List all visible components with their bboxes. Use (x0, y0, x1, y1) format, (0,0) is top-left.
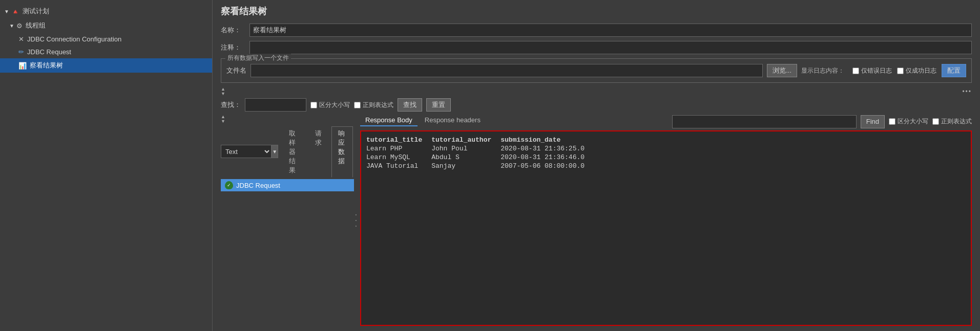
error-log-option[interactable]: 仅错误日志 (852, 67, 892, 75)
cell-date-3: 2007-05-06 08:00:00.0 (499, 162, 593, 170)
left-panel: ▲ ▼ Text ▼ 取样器结果 请求 响应数据 ✓ JDBC Reque (221, 115, 354, 326)
table-row: JAVA Tutorial Sanjay 2007-05-06 08:00:00… (365, 162, 593, 170)
cell-date-1: 2020-08-31 21:36:25.0 (499, 144, 593, 153)
browse-button[interactable]: 浏览... (767, 64, 797, 77)
regex-option[interactable]: 正则表达式 (354, 101, 393, 109)
response-table: tutorial_title tutorial_author submissio… (365, 136, 593, 170)
response-content: tutorial_title tutorial_author submissio… (360, 130, 972, 326)
response-case-checkbox[interactable] (889, 118, 895, 125)
comment-row: 注释： (221, 41, 972, 54)
dropdown-arrow-icon[interactable]: ▼ (272, 145, 278, 158)
search-row: 查找： 区分大小写 正则表达式 查找 重置 (221, 98, 972, 112)
cell-title-1: Learn PHP (365, 144, 430, 153)
pen-icon: ✏ (18, 48, 24, 56)
sidebar-item-label: JDBC Connection Configuration (27, 35, 121, 43)
sidebar-item-jdbc-connection[interactable]: ✕ JDBC Connection Configuration (0, 33, 212, 46)
name-label: 名称： (221, 26, 245, 35)
request-item-label: JDBC Request (236, 182, 280, 189)
sidebar-item-test-plan[interactable]: ▼ 🔺 测试计划 (0, 4, 212, 18)
tab-response-data[interactable]: 响应数据 (331, 126, 353, 178)
file-row: 文件名 浏览... 显示日志内容： 仅错误日志 仅成功日志 配置 (226, 64, 966, 77)
sidebar-item-thread-group[interactable]: ▼ ⚙ 线程组 (0, 18, 212, 33)
tab-request[interactable]: 请求 (308, 126, 328, 178)
handle-dot-3: • (356, 224, 357, 228)
sidebar-item-label: 察看结果树 (30, 61, 63, 70)
right-panel: Response Body Response headers Find 区分大小… (358, 115, 972, 326)
wrench-icon: ✕ (18, 35, 24, 43)
case-sensitive-option[interactable]: 区分大小写 (310, 101, 350, 109)
handle-dot-1: • (356, 212, 357, 217)
response-regex-label: 正则表达式 (941, 117, 972, 126)
chart-icon: 📊 (18, 62, 27, 70)
sidebar-item-jdbc-request[interactable]: ✏ JDBC Request (0, 46, 212, 58)
reset-button[interactable]: 重置 (426, 98, 451, 112)
cell-title-2: Learn MySQL (365, 153, 430, 162)
gear-icon: ⚙ (16, 22, 23, 30)
drag-handle[interactable]: • • • (354, 115, 358, 326)
cell-author-2: Abdul S (430, 153, 499, 162)
test-plan-icon: 🔺 (11, 8, 19, 15)
cell-author-3: Sanjay (430, 162, 499, 170)
table-row: Learn PHP John Poul 2020-08-31 21:36:25.… (365, 144, 593, 153)
file-label: 文件名 (226, 66, 246, 75)
file-input[interactable] (251, 64, 763, 77)
sep-dots-1: ••• (962, 88, 972, 95)
log-content-label: 显示日志内容： (801, 67, 844, 75)
success-log-label: 仅成功日志 (906, 67, 936, 75)
response-case-label: 区分大小写 (898, 117, 928, 126)
error-log-label: 仅错误日志 (861, 67, 892, 75)
case-sensitive-checkbox[interactable] (310, 102, 317, 108)
find-button[interactable]: 查找 (398, 98, 422, 112)
sidebar-item-label: 测试计划 (23, 7, 49, 16)
subtab-response-body[interactable]: Response Body (360, 115, 418, 126)
cell-author-1: John Poul (430, 144, 499, 153)
separator-bar-1: ▲ ▼ ••• (221, 87, 972, 96)
collapse-arrows-1[interactable]: ▲ ▼ (221, 87, 225, 96)
config-button[interactable]: 配置 (942, 64, 966, 77)
expand-icon: ▼ (9, 23, 14, 29)
success-log-option[interactable]: 仅成功日志 (897, 67, 936, 75)
sidebar-item-label: JDBC Request (27, 48, 71, 56)
cell-date-2: 2020-08-31 21:36:46.0 (499, 153, 593, 162)
col-tutorial-author: tutorial_author (430, 136, 499, 144)
comment-label: 注释： (221, 43, 245, 52)
sidebar: ▼ 🔺 测试计划 ▼ ⚙ 线程组 ✕ JDBC Connection Confi… (0, 0, 213, 331)
response-regex-option[interactable]: 正则表达式 (932, 117, 972, 126)
search-label: 查找： (221, 100, 241, 109)
separator-bar-2: ▲ ▼ (221, 115, 354, 124)
table-row: Learn MySQL Abdul S 2020-08-31 21:36:46.… (365, 153, 593, 162)
response-search-input[interactable] (672, 115, 857, 128)
sidebar-item-label: 线程组 (26, 21, 46, 30)
format-dropdown[interactable]: Text (221, 145, 272, 158)
file-section: 所有数据写入一个文件 文件名 浏览... 显示日志内容： 仅错误日志 仅成功日志… (221, 58, 972, 83)
error-log-checkbox[interactable] (852, 68, 859, 74)
response-regex-checkbox[interactable] (932, 118, 939, 125)
sidebar-item-view-tree[interactable]: 📊 察看结果树 (0, 58, 212, 73)
name-row: 名称： (221, 24, 972, 37)
split-area: ▲ ▼ Text ▼ 取样器结果 请求 响应数据 ✓ JDBC Reque (221, 115, 972, 326)
regex-checkbox[interactable] (354, 102, 361, 108)
log-options: 仅错误日志 仅成功日志 配置 (852, 64, 966, 77)
response-find-button[interactable]: Find (861, 115, 885, 128)
find-row: Find 区分大小写 正则表达式 (672, 115, 972, 128)
col-submission-date: submission_date (499, 136, 593, 144)
file-section-title: 所有数据写入一个文件 (225, 54, 291, 62)
expand-icon: ▼ (4, 9, 9, 14)
main-content: 察看结果树 名称： 注释： 所有数据写入一个文件 文件名 浏览... 显示日志内… (213, 0, 980, 331)
handle-dot-2: • (356, 218, 357, 223)
shield-icon: ✓ (225, 181, 233, 189)
search-input[interactable] (245, 98, 306, 112)
subtab-response-headers[interactable]: Response headers (420, 115, 486, 126)
tab-group: 取样器结果 请求 响应数据 (282, 126, 354, 177)
tab-sampler-results[interactable]: 取样器结果 (282, 126, 306, 178)
name-input[interactable] (249, 24, 972, 37)
col-tutorial-title: tutorial_title (365, 136, 430, 144)
success-log-checkbox[interactable] (897, 68, 904, 74)
response-case-option[interactable]: 区分大小写 (889, 117, 928, 126)
request-item[interactable]: ✓ JDBC Request (221, 179, 354, 191)
case-sensitive-label: 区分大小写 (319, 101, 350, 109)
collapse-arrows-2[interactable]: ▲ ▼ (221, 115, 225, 124)
left-panel-header: Text ▼ 取样器结果 请求 响应数据 (221, 126, 354, 177)
regex-label: 正则表达式 (363, 101, 393, 109)
comment-input[interactable] (249, 41, 972, 54)
